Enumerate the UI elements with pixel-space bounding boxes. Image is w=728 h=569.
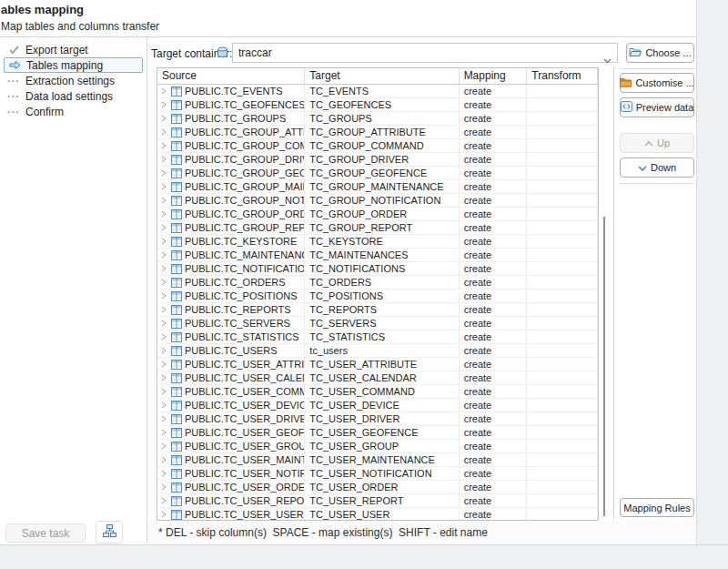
down-button[interactable]: Down xyxy=(620,157,694,178)
expand-chevron-icon[interactable] xyxy=(161,87,168,95)
expand-chevron-icon[interactable] xyxy=(161,511,168,518)
table-row[interactable]: PUBLIC.TC_POSITIONS TC_POSITIONS create xyxy=(157,290,598,303)
source-cell-text: PUBLIC.TC_SERVERS xyxy=(185,318,290,329)
expand-chevron-icon[interactable] xyxy=(161,388,168,395)
expand-chevron-icon[interactable] xyxy=(161,306,168,313)
expand-chevron-icon[interactable] xyxy=(161,320,168,327)
expand-chevron-icon[interactable] xyxy=(161,251,168,259)
wizard-step-export-target[interactable]: Export target xyxy=(4,42,143,57)
wizard-step-extraction-settings[interactable]: ··· Extraction settings xyxy=(4,73,143,88)
table-row[interactable]: PUBLIC.TC_USER_DEVICE TC_USER_DEVICE cre… xyxy=(157,399,598,412)
expand-chevron-icon[interactable] xyxy=(161,115,168,122)
table-icon xyxy=(171,168,182,178)
mapping-rules-button[interactable]: Mapping Rules xyxy=(620,498,694,517)
expand-chevron-icon[interactable] xyxy=(161,292,168,300)
source-cell-text: PUBLIC.TC_GROUP_REPORT xyxy=(185,222,305,233)
table-row[interactable]: PUBLIC.TC_NOTIFICATIONS TC_NOTIFICATIONS… xyxy=(157,262,598,276)
column-header-source[interactable]: Source xyxy=(157,68,305,84)
chevron-down-icon[interactable] xyxy=(603,51,612,69)
expand-chevron-icon[interactable] xyxy=(161,169,168,177)
wizard-step-data-load-settings[interactable]: ··· Data load settings xyxy=(4,88,143,104)
wizard-step-confirm[interactable]: ··· Confirm xyxy=(4,104,143,119)
table-row[interactable]: PUBLIC.TC_USER_MAINTENANCE TC_USER_MAINT… xyxy=(157,453,598,467)
expand-chevron-icon[interactable] xyxy=(161,183,168,190)
target-container-combo[interactable]: traccar xyxy=(232,43,618,63)
table-row[interactable]: PUBLIC.TC_GROUPS TC_GROUPS create xyxy=(157,112,598,126)
save-task-button[interactable]: Save task xyxy=(5,523,86,543)
expand-chevron-icon[interactable] xyxy=(161,265,168,272)
column-header-transform[interactable]: Transform xyxy=(527,68,598,84)
table-vertical-scrollbar[interactable] xyxy=(603,217,605,516)
expand-chevron-icon[interactable] xyxy=(161,197,168,204)
table-row[interactable]: PUBLIC.TC_REPORTS TC_REPORTS create xyxy=(157,303,598,317)
table-row[interactable]: PUBLIC.TC_USER_DRIVER TC_USER_DRIVER cre… xyxy=(157,412,598,426)
printer-icon xyxy=(103,524,116,540)
table-row[interactable]: PUBLIC.TC_ORDERS TC_ORDERS create xyxy=(157,276,598,290)
table-row[interactable]: PUBLIC.TC_USER_GROUP TC_USER_GROUP creat… xyxy=(157,440,598,453)
print-task-button[interactable] xyxy=(96,521,123,544)
customise-button[interactable]: Customise ... xyxy=(620,73,694,93)
expand-chevron-icon[interactable] xyxy=(161,238,168,245)
table-row[interactable]: PUBLIC.TC_USER_GEOFENCE TC_USER_GEOFENCE… xyxy=(157,426,598,440)
table-icon xyxy=(171,496,182,506)
table-row[interactable]: PUBLIC.TC_USER_REPORT TC_USER_REPORT cre… xyxy=(157,494,598,508)
expand-chevron-icon[interactable] xyxy=(161,374,168,381)
expand-chevron-icon[interactable] xyxy=(161,429,168,436)
table-row[interactable]: PUBLIC.TC_EVENTS TC_EVENTS create xyxy=(157,85,598,98)
source-cell-text: PUBLIC.TC_GROUP_DRIVER xyxy=(185,154,305,165)
expand-chevron-icon[interactable] xyxy=(161,224,168,231)
expand-chevron-icon[interactable] xyxy=(161,128,168,136)
table-row[interactable]: PUBLIC.TC_STATISTICS TC_STATISTICS creat… xyxy=(157,330,598,344)
arrow-right-icon xyxy=(8,60,21,70)
table-icon xyxy=(171,237,182,247)
expand-chevron-icon[interactable] xyxy=(161,156,168,163)
table-row[interactable]: PUBLIC.TC_USERS tc_users create xyxy=(157,344,598,358)
table-row[interactable]: PUBLIC.TC_USER_ATTRIBUTE TC_USER_ATTRIBU… xyxy=(157,358,598,371)
expand-chevron-icon[interactable] xyxy=(161,415,168,422)
mapping-cell-text: create xyxy=(464,400,492,411)
choose-button[interactable]: Choose ... xyxy=(626,43,694,63)
expand-chevron-icon[interactable] xyxy=(161,279,168,286)
expand-chevron-icon[interactable] xyxy=(161,142,168,149)
expand-chevron-icon[interactable] xyxy=(161,347,168,354)
mapping-cell-text: create xyxy=(464,386,492,397)
table-row[interactable]: PUBLIC.TC_GROUP_NOTIFICATION TC_GROUP_NO… xyxy=(157,194,598,208)
table-row[interactable]: PUBLIC.TC_GROUP_MAINTENANCE TC_GROUP_MAI… xyxy=(157,180,598,194)
mapping-cell-text: create xyxy=(464,99,492,110)
column-header-mapping[interactable]: Mapping xyxy=(460,68,528,84)
table-row[interactable]: PUBLIC.TC_KEYSTORE TC_KEYSTORE create xyxy=(157,235,598,249)
table-row[interactable]: PUBLIC.TC_GROUP_REPORT TC_GROUP_REPORT c… xyxy=(157,221,598,235)
expand-chevron-icon[interactable] xyxy=(161,442,168,450)
wizard-step-tables-mapping[interactable]: Tables mapping xyxy=(4,57,143,73)
expand-chevron-icon[interactable] xyxy=(161,361,168,368)
expand-chevron-icon[interactable] xyxy=(161,456,168,463)
table-row[interactable]: PUBLIC.TC_GROUP_ATTRIBUTE TC_GROUP_ATTRI… xyxy=(157,126,598,139)
source-cell-text: PUBLIC.TC_USER_ORDER xyxy=(185,482,305,493)
table-row[interactable]: PUBLIC.TC_GROUP_GEOFENCE TC_GROUP_GEOFEN… xyxy=(157,167,598,180)
column-header-target[interactable]: Target xyxy=(305,68,459,84)
table-row[interactable]: PUBLIC.TC_USER_COMMAND TC_USER_COMMAND c… xyxy=(157,385,598,399)
table-row[interactable]: PUBLIC.TC_SERVERS TC_SERVERS create xyxy=(157,317,598,330)
table-row[interactable]: PUBLIC.TC_GROUP_ORDER TC_GROUP_ORDER cre… xyxy=(157,208,598,221)
table-row[interactable]: PUBLIC.TC_USER_CALENDAR TC_USER_CALENDAR… xyxy=(157,371,598,385)
expand-chevron-icon[interactable] xyxy=(161,497,168,504)
expand-chevron-icon[interactable] xyxy=(161,333,168,340)
table-row[interactable]: PUBLIC.TC_GROUP_DRIVER TC_GROUP_DRIVER c… xyxy=(157,153,598,167)
expand-chevron-icon[interactable] xyxy=(161,483,168,491)
table-row[interactable]: PUBLIC.TC_MAINTENANCES TC_MAINTENANCES c… xyxy=(157,249,598,262)
table-icon xyxy=(171,114,182,124)
target-cell-text: TC_USER_REPORT xyxy=(309,495,403,506)
up-button[interactable]: Up xyxy=(620,133,694,153)
table-row[interactable]: PUBLIC.TC_USER_NOTIFICATION TC_USER_NOTI… xyxy=(157,467,598,481)
expand-chevron-icon[interactable] xyxy=(161,210,168,218)
mapping-cell-text: create xyxy=(464,195,492,206)
preview-data-button[interactable]: Preview data xyxy=(620,97,694,117)
expand-chevron-icon[interactable] xyxy=(161,401,168,409)
expand-chevron-icon[interactable] xyxy=(161,101,168,108)
table-row[interactable]: PUBLIC.TC_USER_USER TC_USER_USER create xyxy=(157,508,598,521)
table-row[interactable]: PUBLIC.TC_USER_ORDER TC_USER_ORDER creat… xyxy=(157,481,598,494)
table-row[interactable]: PUBLIC.TC_GEOFENCES TC_GEOFENCES create xyxy=(157,98,598,112)
expand-chevron-icon[interactable] xyxy=(161,470,168,477)
table-icon xyxy=(171,86,182,97)
table-row[interactable]: PUBLIC.TC_GROUP_COMMAND TC_GROUP_COMMAND… xyxy=(157,139,598,153)
